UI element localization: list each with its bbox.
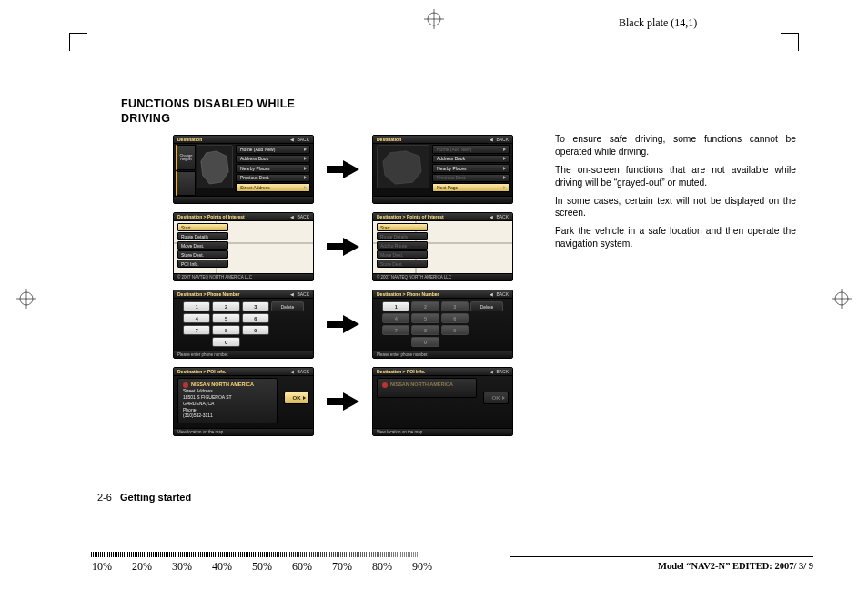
- body-p4: Park the vehicle in a safe location and …: [555, 225, 796, 250]
- poi-store-dest-muted: Store Dest.: [377, 260, 428, 268]
- section-name: Getting started: [120, 492, 191, 503]
- back-label: BACK: [490, 291, 509, 297]
- side-change-region: Change Region: [176, 145, 196, 170]
- screen-info-muted: Destination > POI Info.BACK NISSAN NORTH…: [372, 367, 513, 436]
- dest-item-previous: Previous Dest.: [236, 174, 310, 183]
- key-4: 4: [183, 313, 210, 323]
- key-9: 9: [242, 325, 269, 335]
- arrow-icon: [325, 234, 361, 260]
- body-text-column: To ensure safe driving, some functions c…: [555, 133, 796, 256]
- body-p1: To ensure safe driving, some functions c…: [555, 133, 796, 158]
- key-3: 3: [242, 301, 269, 311]
- section-heading: FUNCTIONS DISABLED WHILE DRIVING: [121, 97, 312, 126]
- screen-phone-enabled: Destination > Phone NumberBACK 123Delete…: [173, 290, 314, 359]
- phone-hint: Please enter phone number.: [177, 352, 229, 357]
- figure-row-4: Destination > POI Info.BACK NISSAN NORTH…: [173, 367, 519, 436]
- back-label: BACK: [490, 137, 509, 142]
- info-label-addr: Street Address: [183, 388, 272, 394]
- side-blank: [176, 171, 196, 197]
- screen-title: Destination: [377, 137, 401, 142]
- back-label: BACK: [490, 369, 509, 374]
- key-3-muted: 3: [441, 301, 469, 311]
- dest-item-nearby: Nearby Places: [432, 164, 510, 173]
- screen-poi-enabled: Destination > Points of InterestBACK Sta…: [173, 212, 314, 281]
- poi-info: POI Info.: [177, 260, 228, 268]
- key-5-muted: 5: [411, 313, 439, 323]
- key-delete: Delete: [470, 301, 503, 311]
- registration-mark-left: [16, 289, 36, 312]
- back-label: BACK: [290, 291, 309, 297]
- cal-30: 30%: [171, 560, 193, 574]
- key-1: 1: [382, 301, 409, 311]
- registration-mark-top: [424, 9, 444, 33]
- ok-button: OK: [284, 392, 309, 404]
- info-label-phone: Phone: [183, 407, 272, 413]
- screen-destination-muted: DestinationBACK Home (Add New) Address B…: [372, 135, 513, 204]
- black-plate-label: Black plate (14,1): [619, 16, 697, 30]
- map-thumbnail: [197, 145, 233, 188]
- screen-title: Destination > Phone Number: [377, 291, 439, 297]
- cal-70: 70%: [331, 560, 353, 574]
- cal-40: 40%: [211, 560, 233, 574]
- screen-title: Destination: [177, 137, 202, 142]
- arrow-icon: [325, 311, 361, 337]
- dest-item-street-selected: Street Address: [236, 183, 310, 192]
- back-label: BACK: [490, 214, 509, 219]
- poi-route-details: Route Details: [177, 232, 228, 240]
- key-6: 6: [242, 313, 269, 323]
- dest-item-home: Home (Add New): [236, 145, 310, 154]
- poi-route-details-muted: Route Details: [377, 232, 428, 240]
- footer-model: Model “NAV2-N” EDITED: 2007/ 3/ 9: [658, 561, 813, 571]
- svg-marker-10: [327, 238, 359, 256]
- poi-move-dest: Move Dest.: [177, 241, 228, 250]
- screen-title: Destination > POI Info.: [177, 369, 226, 374]
- svg-marker-12: [327, 392, 359, 411]
- figure-row-3: Destination > Phone NumberBACK 123Delete…: [173, 290, 519, 359]
- screen-poi-muted: Destination > Points of InterestBACK Sta…: [372, 212, 513, 281]
- phone-hint: Please enter phone number.: [377, 352, 429, 357]
- poi-move-dest-muted: Move Dest.: [377, 250, 428, 259]
- key-1: 1: [183, 301, 210, 311]
- cal-80: 80%: [371, 560, 393, 574]
- dest-item-home-muted: Home (Add New): [432, 145, 510, 154]
- info-phone: (310)532-3111: [183, 413, 272, 419]
- screen-title: Destination > Points of Interest: [377, 214, 444, 219]
- cal-10: 10%: [91, 560, 113, 574]
- poi-start-selected: Start: [177, 223, 228, 231]
- back-label: BACK: [290, 369, 309, 374]
- dest-item-addressbook: Address Book: [236, 155, 310, 164]
- cal-50: 50%: [251, 560, 273, 574]
- info-name-muted: NISSAN NORTH AMERICA: [382, 382, 471, 388]
- svg-marker-11: [327, 315, 359, 333]
- figure-row-2: Destination > Points of InterestBACK Sta…: [173, 212, 519, 281]
- page-number: 2-6: [97, 492, 112, 503]
- key-6-muted: 6: [441, 313, 469, 323]
- key-8: 8: [212, 325, 239, 335]
- screen-title: Destination > Points of Interest: [177, 214, 245, 219]
- info-card: NISSAN NORTH AMERICA Street Address 1850…: [177, 378, 278, 423]
- dest-item-nearby: Nearby Places: [236, 164, 310, 173]
- body-p3: In some cases, certain text will not be …: [555, 195, 796, 220]
- poi-store-dest: Store Dest.: [177, 250, 228, 259]
- crop-mark-tl: [69, 33, 87, 51]
- info-card-muted: NISSAN NORTH AMERICA: [377, 378, 477, 398]
- arrow-icon: [325, 389, 361, 414]
- cal-90: 90%: [411, 560, 433, 574]
- arrow-icon: [325, 157, 361, 182]
- key-8-muted: 8: [411, 325, 439, 335]
- key-2-muted: 2: [411, 301, 439, 311]
- key-4-muted: 4: [382, 313, 409, 323]
- info-addr2: GARDENA, CA: [183, 401, 272, 407]
- body-p2: The on-screen functions that are not ava…: [555, 164, 796, 189]
- info-foot: View location on the map.: [377, 430, 423, 434]
- dest-item-nextpage-selected: Next Page: [432, 183, 510, 192]
- dest-item-previous-muted: Previous Dest.: [432, 174, 510, 183]
- screen-title: Destination > Phone Number: [177, 291, 239, 297]
- key-0-muted: 0: [411, 337, 439, 347]
- registration-mark-right: [832, 289, 852, 312]
- screen-title: Destination > POI Info.: [377, 369, 425, 374]
- calibration-labels: 10% 20% 30% 40% 50% 60% 70% 80% 90%: [91, 560, 437, 574]
- info-addr1: 18501 S FIGUEROA ST: [183, 394, 272, 401]
- svg-marker-9: [327, 160, 359, 178]
- back-label: BACK: [290, 214, 309, 219]
